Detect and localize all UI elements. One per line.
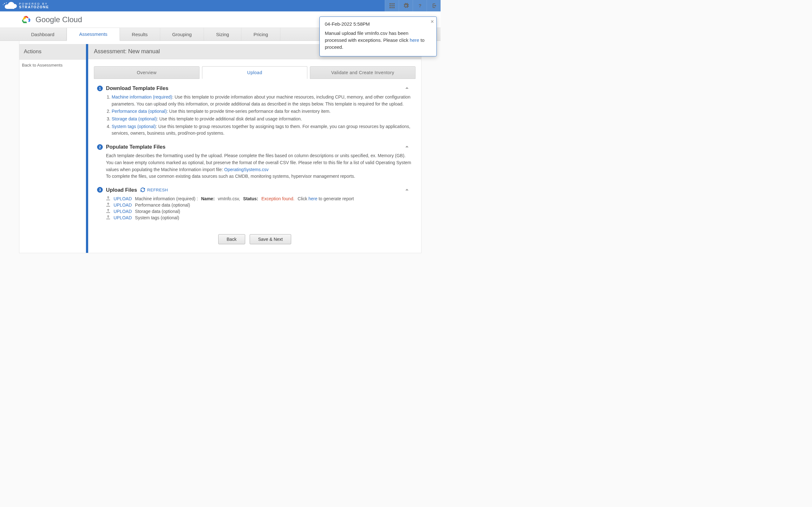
chevron-up-icon[interactable] bbox=[405, 187, 409, 193]
gcloud-text: Google Cloud bbox=[36, 15, 82, 24]
subtabs: Overview Upload Validate and Create Inve… bbox=[94, 66, 415, 79]
step-num-1: 1 bbox=[97, 86, 103, 91]
notification-toast: × 04-Feb-2022 5:58PM Manual upload file … bbox=[319, 16, 437, 56]
upload-link-storage[interactable]: UPLOAD bbox=[113, 209, 132, 214]
nav-results[interactable]: Results bbox=[120, 28, 160, 41]
template-link-perf[interactable]: Performance data (optional) bbox=[112, 109, 167, 114]
save-next-button[interactable]: Save & Next bbox=[250, 234, 292, 244]
svg-rect-11 bbox=[393, 7, 395, 8]
nav-dashboard[interactable]: Dashboard bbox=[19, 28, 67, 41]
template-item-perf: Performance data (optional): Use this te… bbox=[112, 108, 412, 115]
toast-time: 04-Feb-2022 5:58PM bbox=[325, 21, 432, 26]
button-row: Back Save & Next bbox=[97, 234, 412, 244]
logout-icon[interactable] bbox=[426, 0, 441, 11]
step3-title: Upload Files bbox=[106, 187, 137, 193]
template-link-tags[interactable]: System tags (optional) bbox=[112, 124, 156, 129]
template-link-machine[interactable]: Machine information (required) bbox=[112, 95, 172, 100]
upload-link-machine[interactable]: UPLOAD bbox=[113, 196, 132, 201]
upload-row-machine: UPLOAD Machine information (required) : … bbox=[106, 195, 412, 202]
nav-grouping[interactable]: Grouping bbox=[160, 28, 204, 41]
close-icon[interactable]: × bbox=[430, 19, 434, 24]
toast-here-link[interactable]: here bbox=[410, 38, 419, 43]
refresh-button[interactable]: REFRESH bbox=[140, 187, 168, 192]
chevron-up-icon[interactable] bbox=[405, 86, 409, 91]
generate-report-link[interactable]: here bbox=[309, 196, 317, 201]
upload-row-perf: UPLOAD Performance data (optional) bbox=[106, 202, 412, 208]
apps-icon[interactable] bbox=[385, 0, 399, 11]
help-icon[interactable]: ? bbox=[413, 0, 426, 11]
upload-link-tags[interactable]: UPLOAD bbox=[113, 215, 132, 220]
step-num-2: 2 bbox=[97, 144, 103, 150]
step-populate: 2 Populate Template Files Each template … bbox=[97, 144, 412, 180]
step-download: 1 Download Template Files Machine inform… bbox=[97, 85, 412, 137]
body: Actions Back to Assessments Assessment: … bbox=[19, 41, 421, 253]
nav-sizing[interactable]: Sizing bbox=[204, 28, 241, 41]
nav-assessments[interactable]: Assessments bbox=[67, 28, 119, 41]
brand-logo: POWERED BY STRATOZONE bbox=[3, 2, 49, 9]
upload-icon bbox=[106, 196, 110, 201]
step-upload: 3 Upload Files REFRESH UPLOAD Machine in… bbox=[97, 187, 412, 221]
svg-rect-9 bbox=[390, 7, 391, 8]
upload-row-storage: UPLOAD Storage data (optional) bbox=[106, 208, 412, 215]
svg-rect-4 bbox=[392, 3, 393, 4]
nav-pricing[interactable]: Pricing bbox=[241, 28, 281, 41]
template-item-tags: System tags (optional): Use this templat… bbox=[112, 123, 412, 137]
svg-point-2 bbox=[3, 4, 3, 5]
gcloud-logo: Google Cloud bbox=[20, 14, 82, 25]
os-file-link[interactable]: OperatingSystems.csv bbox=[224, 167, 269, 172]
tab-overview[interactable]: Overview bbox=[94, 66, 200, 79]
upload-icon bbox=[106, 215, 110, 220]
template-item-machine: Machine information (required): Use this… bbox=[112, 94, 412, 107]
svg-point-0 bbox=[4, 3, 5, 4]
svg-rect-5 bbox=[393, 3, 395, 4]
svg-point-1 bbox=[6, 3, 7, 3]
topbar: POWERED BY STRATOZONE ? bbox=[0, 0, 441, 11]
back-button[interactable]: Back bbox=[218, 234, 245, 244]
chevron-up-icon[interactable] bbox=[405, 144, 409, 150]
sidebar-header: Actions bbox=[19, 44, 86, 60]
step1-title: Download Template Files bbox=[106, 85, 168, 91]
upload-row-tags: UPLOAD System tags (optional) bbox=[106, 215, 412, 221]
sidebar: Actions Back to Assessments bbox=[19, 44, 86, 253]
gcloud-icon bbox=[20, 14, 32, 25]
tab-upload[interactable]: Upload bbox=[202, 66, 308, 79]
refresh-icon bbox=[140, 187, 145, 192]
brand-line2: STRATOZONE bbox=[19, 5, 49, 9]
step2-title: Populate Template Files bbox=[106, 144, 165, 150]
upload-icon bbox=[106, 203, 110, 208]
cloud-icon bbox=[3, 2, 17, 9]
svg-rect-7 bbox=[392, 5, 393, 6]
svg-text:?: ? bbox=[418, 3, 421, 8]
toast-body: Manual upload file vmInfo.csv has been p… bbox=[325, 30, 432, 50]
upload-icon bbox=[106, 209, 110, 214]
svg-rect-10 bbox=[392, 7, 393, 8]
content: Assessment: New manual Overview Upload V… bbox=[88, 44, 421, 253]
sidebar-back-link[interactable]: Back to Assessments bbox=[19, 60, 86, 71]
gear-icon[interactable] bbox=[399, 0, 413, 11]
panel: 1 Download Template Files Machine inform… bbox=[88, 79, 421, 247]
svg-rect-3 bbox=[390, 3, 391, 4]
upload-link-perf[interactable]: UPLOAD bbox=[113, 203, 132, 208]
content-rail bbox=[86, 44, 88, 253]
template-item-storage: Storage data (optional): Use this templa… bbox=[112, 116, 412, 123]
svg-rect-6 bbox=[390, 5, 391, 6]
svg-rect-8 bbox=[393, 5, 395, 6]
template-link-storage[interactable]: Storage data (optional) bbox=[112, 116, 157, 121]
status-error: Exception found. bbox=[261, 196, 294, 201]
tab-validate[interactable]: Validate and Create Inventory bbox=[310, 66, 415, 79]
step-num-3: 3 bbox=[97, 187, 103, 193]
